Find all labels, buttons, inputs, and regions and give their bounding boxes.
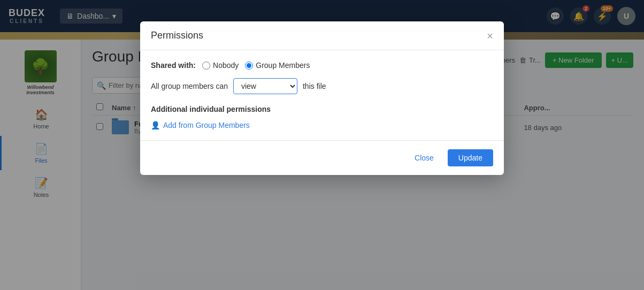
modal-header: Permissions ×	[140, 21, 504, 50]
permission-select[interactable]: view edit download	[233, 78, 297, 94]
permissions-modal: Permissions × Shared with: Nobody Group …	[140, 21, 504, 175]
shared-with-label: Shared with:	[151, 61, 196, 70]
modal-body: Shared with: Nobody Group Members All gr…	[140, 50, 504, 140]
permission-suffix: this file	[303, 82, 326, 90]
modal-footer: Close Update	[140, 140, 504, 175]
close-button[interactable]: Close	[406, 149, 442, 166]
person-add-icon: 👤	[151, 121, 160, 129]
additional-perms-section: Additional individual permissions	[151, 105, 493, 113]
radio-group-members[interactable]	[245, 62, 253, 70]
radio-nobody-label: Nobody	[213, 61, 239, 70]
update-button[interactable]: Update	[448, 149, 493, 166]
shared-with-row: Shared with: Nobody Group Members	[151, 61, 493, 70]
permission-row: All group members can view edit download…	[151, 78, 493, 94]
modal-close-button[interactable]: ×	[487, 30, 493, 41]
modal-title: Permissions	[151, 30, 203, 41]
background-page: BUDEX CLIENTS 🖥 Dashbo... ▾ 💬 🔔 2 ⚡ 10+ …	[0, 0, 644, 290]
radio-nobody[interactable]	[202, 62, 210, 70]
modal-overlay[interactable]: Permissions × Shared with: Nobody Group …	[0, 0, 644, 290]
add-from-group-members-link[interactable]: 👤 Add from Group Members	[151, 121, 493, 129]
radio-nobody-option[interactable]: Nobody	[202, 61, 239, 70]
permission-prefix: All group members can	[151, 82, 228, 90]
radio-group-members-option[interactable]: Group Members	[245, 61, 310, 70]
radio-group-members-label: Group Members	[256, 61, 310, 70]
add-link-text: Add from Group Members	[163, 121, 250, 129]
additional-perms-label: Additional individual permissions	[151, 105, 493, 113]
